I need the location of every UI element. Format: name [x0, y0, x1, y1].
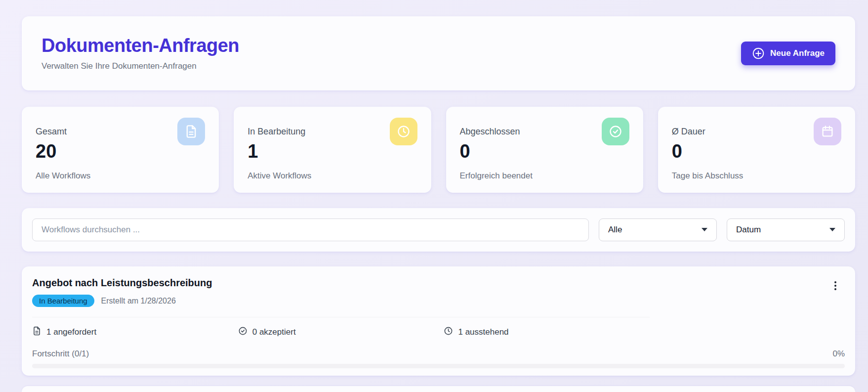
- stat-value: 0: [672, 141, 841, 162]
- workflow-meta-row: In Bearbeitung Erstellt am 1/28/2026: [32, 295, 212, 307]
- file-text-icon: [32, 326, 41, 338]
- check-circle-icon: [238, 326, 248, 338]
- workflow-stat-accepted: 0 akzeptiert: [238, 326, 444, 338]
- page-header-card: Dokumenten-Anfragen Verwalten Sie Ihre D…: [22, 16, 855, 90]
- next-workflow-card-partial: [22, 386, 855, 392]
- stat-card-in-progress: In Bearbeitung 1 Aktive Workflows: [234, 107, 431, 193]
- workflow-menu-button[interactable]: [829, 277, 842, 296]
- stat-value: 0: [460, 141, 629, 162]
- workflow-stat-label: 1 ausstehend: [458, 327, 508, 337]
- clock-icon: [390, 118, 417, 145]
- calendar-icon: [814, 118, 841, 145]
- status-filter-select[interactable]: Alle: [599, 218, 717, 241]
- new-request-button[interactable]: Neue Anfrage: [741, 42, 835, 65]
- header-text-block: Dokumenten-Anfragen Verwalten Sie Ihre D…: [41, 35, 239, 71]
- progress-percent: 0%: [832, 349, 845, 359]
- progress-label: Fortschritt (0/1): [32, 349, 89, 359]
- clock-icon: [444, 326, 453, 338]
- document-requests-page: Dokumenten-Anfragen Verwalten Sie Ihre D…: [0, 0, 868, 392]
- date-filter-value: Datum: [736, 225, 761, 235]
- workflow-title: Angebot nach Leistungsbeschreibung: [32, 277, 212, 289]
- workflow-progress-row: Fortschritt (0/1) 0%: [32, 349, 845, 359]
- search-input[interactable]: [32, 218, 589, 241]
- status-badge: In Bearbeitung: [32, 295, 94, 307]
- workflow-stat-label: 1 angefordert: [46, 327, 96, 337]
- workflow-stats-row: 1 angefordert 0 akzeptiert: [32, 317, 650, 338]
- workflow-stat-label: 0 akzeptiert: [252, 327, 296, 337]
- workflow-created-date: Erstellt am 1/28/2026: [101, 297, 176, 305]
- new-request-button-label: Neue Anfrage: [770, 48, 825, 58]
- stat-sublabel: Aktive Workflows: [248, 171, 311, 181]
- workflow-card[interactable]: Angebot nach Leistungsbeschreibung In Be…: [22, 266, 855, 376]
- check-circle-icon: [602, 118, 629, 145]
- workflow-stat-pending: 1 ausstehend: [444, 326, 650, 338]
- plus-circle-icon: [752, 47, 765, 60]
- status-filter-value: Alle: [608, 225, 622, 235]
- chevron-down-icon: [829, 228, 835, 231]
- stat-card-completed: Abgeschlossen 0 Erfolgreich beendet: [446, 107, 643, 193]
- page-title: Dokumenten-Anfragen: [41, 35, 239, 56]
- stats-row: Gesamt 20 Alle Workflows In Bearbeitung …: [22, 107, 855, 193]
- stat-card-total: Gesamt 20 Alle Workflows: [22, 107, 219, 193]
- stat-sublabel: Tage bis Abschluss: [672, 171, 744, 181]
- filter-bar: Alle Datum: [22, 208, 855, 252]
- stat-value: 1: [248, 141, 417, 162]
- workflow-stat-requested: 1 angefordert: [32, 326, 238, 338]
- progress-bar-track: [32, 364, 845, 368]
- chevron-down-icon: [702, 228, 707, 231]
- workflow-title-block: Angebot nach Leistungsbeschreibung In Be…: [32, 277, 212, 307]
- file-text-icon: [177, 118, 205, 145]
- stat-card-avg-duration: Ø Dauer 0 Tage bis Abschluss: [658, 107, 855, 193]
- page-subtitle: Verwalten Sie Ihre Dokumenten-Anfragen: [41, 61, 239, 71]
- stat-sublabel: Erfolgreich beendet: [460, 171, 533, 181]
- kebab-menu-icon: [831, 285, 840, 293]
- stat-value: 20: [36, 141, 205, 162]
- stat-sublabel: Alle Workflows: [36, 171, 90, 181]
- workflow-card-header: Angebot nach Leistungsbeschreibung In Be…: [32, 277, 845, 307]
- date-filter-select[interactable]: Datum: [727, 218, 845, 241]
